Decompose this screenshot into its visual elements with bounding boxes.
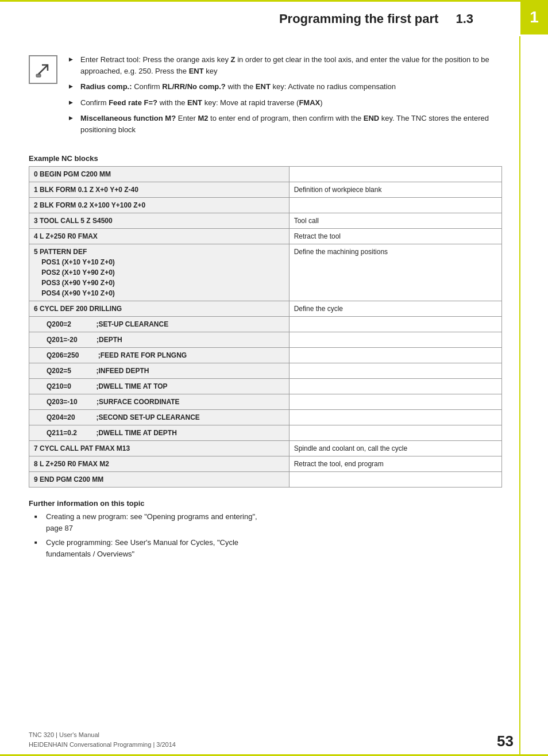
nc-desc: Definition of workpiece blank	[289, 182, 501, 198]
further-info-title: Further information on this topic	[29, 499, 502, 508]
nc-desc	[289, 332, 501, 348]
nc-code: Q204=20 ;SECOND SET-UP CLEARANCE	[29, 410, 290, 425]
page-footer: TNC 320 | User's Manual HEIDENHAIN Conve…	[29, 730, 514, 750]
further-info-item-1: Creating a new program: see "Opening pro…	[34, 511, 502, 534]
example-nc-title: Example NC blocks	[29, 154, 502, 163]
nc-code: 0 BEGIN PGM C200 MM	[29, 167, 290, 182]
nc-desc	[289, 379, 501, 394]
nc-desc	[289, 167, 501, 182]
nc-code: Q201=-20 ;DEPTH	[29, 332, 290, 348]
nc-desc	[289, 317, 501, 332]
nc-code: Q210=0 ;DWELL TIME AT TOP	[29, 379, 290, 394]
tool-icon-box	[29, 55, 57, 84]
nc-desc	[289, 394, 501, 410]
table-row: Q201=-20 ;DEPTH	[29, 332, 502, 348]
nc-code: 8 L Z+250 R0 FMAX M2	[29, 456, 290, 472]
right-margin-line	[519, 36, 520, 754]
nc-desc: Define the machining positions	[289, 244, 501, 301]
instruction-bullets: Enter Retract tool: Press the orange axi…	[69, 54, 502, 140]
footer-product: TNC 320 | User's Manual	[29, 730, 176, 740]
table-row: Q206=250 ;FEED RATE FOR PLNGNG	[29, 348, 502, 363]
further-info-section: Further information on this topic Creati…	[29, 499, 502, 559]
nc-desc: Retract the tool	[289, 229, 501, 244]
table-row: 7 CYCL CALL PAT FMAX M13 Spindle and coo…	[29, 441, 502, 456]
nc-desc: Tool call	[289, 213, 501, 229]
bullet-1: Enter Retract tool: Press the orange axi…	[69, 54, 502, 76]
title-line: Programming the first part 1.3	[29, 11, 508, 26]
table-row: 6 CYCL DEF 200 DRILLING Define the cycle	[29, 301, 502, 317]
table-row: Q203=-10 ;SURFACE COORDINATE	[29, 394, 502, 410]
nc-desc	[289, 348, 501, 363]
nc-desc	[289, 425, 501, 441]
table-row: 0 BEGIN PGM C200 MM	[29, 167, 502, 182]
nc-code: 9 END PGM C200 MM	[29, 472, 290, 488]
table-row: 9 END PGM C200 MM	[29, 472, 502, 488]
table-row: 3 TOOL CALL 5 Z S4500 Tool call	[29, 213, 502, 229]
nc-table: 0 BEGIN PGM C200 MM 1 BLK FORM 0.1 Z X+0…	[29, 166, 502, 488]
nc-desc: Spindle and coolant on, call the cycle	[289, 441, 501, 456]
chapter-tab: 1	[520, 0, 548, 34]
table-row: 8 L Z+250 R0 FMAX M2 Retract the tool, e…	[29, 456, 502, 472]
nc-desc	[289, 410, 501, 425]
nc-code: 1 BLK FORM 0.1 Z X+0 Y+0 Z-40	[29, 182, 290, 198]
nc-code: 7 CYCL CALL PAT FMAX M13	[29, 441, 290, 456]
page-header: Programming the first part 1.3	[0, 0, 548, 37]
nc-desc	[289, 363, 501, 379]
svg-line-0	[38, 65, 48, 74]
table-row: 4 L Z+250 R0 FMAX Retract the tool	[29, 229, 502, 244]
further-info-list: Creating a new program: see "Opening pro…	[34, 511, 502, 559]
nc-desc: Retract the tool, end program	[289, 456, 501, 472]
nc-code: 3 TOOL CALL 5 Z S4500	[29, 213, 290, 229]
nc-code: Q206=250 ;FEED RATE FOR PLNGNG	[29, 348, 290, 363]
footer-subtitle: HEIDENHAIN Conversational Programming | …	[29, 740, 176, 750]
nc-code: Q202=5 ;INFEED DEPTH	[29, 363, 290, 379]
nc-code: 6 CYCL DEF 200 DRILLING	[29, 301, 290, 317]
top-border	[0, 0, 520, 2]
footer-left: TNC 320 | User's Manual HEIDENHAIN Conve…	[29, 730, 176, 750]
bullet-3: Confirm Feed rate F=? with the ENT key: …	[69, 97, 502, 109]
table-row: 1 BLK FORM 0.1 Z X+0 Y+0 Z-40 Definition…	[29, 182, 502, 198]
table-row: Q210=0 ;DWELL TIME AT TOP	[29, 379, 502, 394]
nc-code: Q203=-10 ;SURFACE COORDINATE	[29, 394, 290, 410]
section-number: 1.3	[456, 11, 473, 26]
table-row: 2 BLK FORM 0.2 X+100 Y+100 Z+0	[29, 198, 502, 213]
further-info-item-2: Cycle programming: See User's Manual for…	[34, 537, 502, 559]
bullet-4: Miscellaneous function M? Enter M2 to en…	[69, 113, 502, 135]
table-row: Q204=20 ;SECOND SET-UP CLEARANCE	[29, 410, 502, 425]
nc-desc: Define the cycle	[289, 301, 501, 317]
svg-rect-2	[36, 74, 41, 77]
table-row: 5 PATTERN DEF POS1 (X+10 Y+10 Z+0) POS2 …	[29, 244, 502, 301]
bullet-2: Radius comp.: Confirm RL/RR/No comp.? wi…	[69, 81, 502, 93]
icon-bullets-section: Enter Retract tool: Press the orange axi…	[29, 54, 502, 140]
table-row: Q200=2 ;SET-UP CLEARANCE	[29, 317, 502, 332]
nc-code: 2 BLK FORM 0.2 X+100 Y+100 Z+0	[29, 198, 290, 213]
retract-tool-icon	[34, 60, 52, 79]
footer-page-number: 53	[497, 732, 514, 750]
page-title: Programming the first part	[279, 11, 438, 26]
table-row: Q202=5 ;INFEED DEPTH	[29, 363, 502, 379]
main-content: Enter Retract tool: Press the orange axi…	[0, 37, 548, 580]
nc-desc	[289, 472, 501, 488]
nc-code: Q200=2 ;SET-UP CLEARANCE	[29, 317, 290, 332]
nc-desc	[289, 198, 501, 213]
table-row: Q211=0.2 ;DWELL TIME AT DEPTH	[29, 425, 502, 441]
nc-code: 4 L Z+250 R0 FMAX	[29, 229, 290, 244]
nc-code: Q211=0.2 ;DWELL TIME AT DEPTH	[29, 425, 290, 441]
nc-code: 5 PATTERN DEF POS1 (X+10 Y+10 Z+0) POS2 …	[29, 244, 290, 301]
